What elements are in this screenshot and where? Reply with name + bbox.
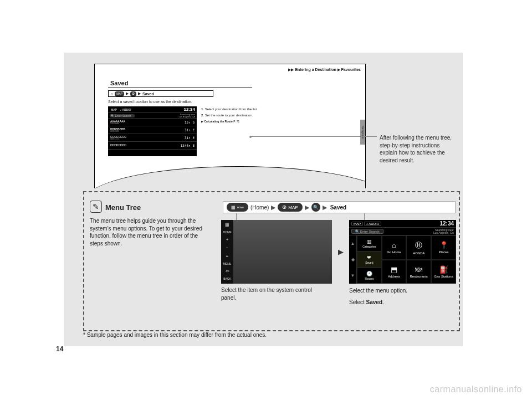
clock: 12:34 <box>439 220 454 227</box>
row-distance: 15↑ S <box>185 120 195 124</box>
home-chip-sub: HOME <box>237 206 244 209</box>
home-icon: ⌂ <box>111 92 113 96</box>
reference-page: P. 71 <box>233 120 239 123</box>
row-name: DDDDDDDD <box>110 144 126 147</box>
menu-icon[interactable]: ≡ <box>226 254 229 259</box>
manual-page: ▶▶ Entering a Destination ▶ Favourites S… <box>64 53 463 346</box>
callout-line <box>236 213 237 220</box>
crumb-level-2: Favourites <box>341 68 361 71</box>
watermark: carmanualsonline.info <box>430 384 522 394</box>
tile-go-home[interactable]: ⌂Go Home <box>382 235 407 260</box>
zoom-in-icon[interactable]: + <box>226 237 229 242</box>
example-excerpt: ▶▶ Entering a Destination ▶ Favourites S… <box>94 64 366 188</box>
chevron-right-icon: ▶ <box>126 91 129 96</box>
reference-label: Calculating the Route <box>204 120 232 123</box>
list-item[interactable]: CCCCCCCC3000 CCCC 31↑ E <box>108 134 197 142</box>
menu-tree-panel: ✎ Menu Tree The menu tree helps guide yo… <box>83 191 460 331</box>
page-number: 14 <box>56 345 63 353</box>
bar-step-saved: Saved <box>330 204 346 211</box>
tile-label: Categories <box>362 245 376 248</box>
list-item[interactable]: DDDDDDDD 1346↑ E <box>108 142 197 150</box>
search-near: Searching near Los Angeles, CA <box>433 229 454 234</box>
tile-restaurants[interactable]: 🍽Restaurants <box>406 260 431 284</box>
row-sub: 1000 AAAA <box>110 123 125 125</box>
chevron-right-icon: ▶ <box>138 91 141 96</box>
tab-map[interactable]: MAP <box>110 108 118 111</box>
bar-step-saved: Saved <box>142 92 154 96</box>
menu-tree-title: Menu Tree <box>105 203 141 212</box>
magnifier-icon: ⦿ <box>132 92 135 95</box>
near-value: Los Angeles, CA <box>178 115 195 118</box>
callout-text: After following the menu tree, step-by-s… <box>380 134 457 164</box>
tile-label: Go Home <box>387 250 401 254</box>
home-grid-icon: ▦ <box>231 205 236 210</box>
crumb-arrow-icon: ▶ <box>337 68 340 71</box>
strip-label: HOME <box>223 230 232 234</box>
row-distance: 31↑ E <box>185 136 195 140</box>
nav-caption-bold: Saved <box>366 299 382 305</box>
home-label: (Home) <box>250 204 269 211</box>
search-bar: 🔍 Enter Search Searching near Los Angele… <box>349 228 456 235</box>
nav-caption: Select the menu option. Select Saved. <box>349 286 449 306</box>
scroll-strip: ▲◆▼ <box>349 235 357 284</box>
tile-categories[interactable]: ▥Categories <box>357 235 382 252</box>
step-list: 1. Select your destination from the list… <box>201 107 268 123</box>
search-chip: ⦿ <box>130 91 136 96</box>
list-item[interactable]: AAAAAAAA1000 AAAA 15↑ S <box>108 119 197 126</box>
menu-tree-paragraph: The menu tree helps guide you through th… <box>90 217 209 247</box>
tile-saved[interactable]: ❤Saved <box>357 252 382 268</box>
clock-icon: 🕘 <box>366 271 372 276</box>
tile-label: Address <box>388 275 400 278</box>
tile-label: Places <box>438 250 448 254</box>
nav-grid: ▲◆▼ ⌂Go Home ⒽHONDA 📍Places ▥Categories … <box>349 235 456 284</box>
nav-menu-screen: MAP ♪ AUDIO 12:34 🔍 Enter Search Searchi… <box>349 220 456 284</box>
compass-icon: ⦿ <box>282 205 287 210</box>
zoom-out-icon[interactable]: − <box>226 245 229 250</box>
tile-recent[interactable]: 🕘Recent <box>357 268 382 284</box>
example-menu-bar: ⌂ MAP ▶ ⦿ ▶ Saved <box>108 90 213 97</box>
home-chip: ▦ HOME <box>227 203 248 212</box>
tab-audio[interactable]: ♪ AUDIO <box>364 222 381 226</box>
footnote: * Sample pages and images in this sectio… <box>83 332 267 338</box>
tile-label: Recent <box>365 277 374 280</box>
tab-map[interactable]: MAP <box>351 222 363 226</box>
home-grid-icon[interactable]: ▦ <box>225 222 229 227</box>
search-near: Searching near Los Angeles, CA <box>178 114 195 118</box>
crumb-level-1: Entering a Destination <box>295 68 336 71</box>
reference-icon: ▶ <box>201 120 203 123</box>
crumb-arrow-icon: ▶▶ <box>288 68 294 71</box>
back-icon[interactable]: ⇦ <box>226 269 229 274</box>
tile-label: Restaurants <box>410 275 427 278</box>
list-item[interactable]: BBBBBBBB2000 BBBB 31↑ E <box>108 126 197 134</box>
tab-audio[interactable]: ♪ AUDIO <box>119 108 132 111</box>
search-input[interactable]: 🔍 Enter Search <box>110 114 135 117</box>
nav-caption-suffix: . <box>382 299 384 305</box>
search-input[interactable]: 🔍 Enter Search <box>351 229 383 234</box>
honda-icon: Ⓗ <box>415 240 422 250</box>
screen-header: MAP ♪ AUDIO 12:34 <box>108 106 197 113</box>
nav-caption-line1: Select the menu option. <box>349 286 449 295</box>
nav-caption-line2: Select Saved. <box>349 298 449 306</box>
tile-address[interactable]: ⬒Address <box>382 260 407 284</box>
heading-underline <box>108 88 252 88</box>
tile-gas[interactable]: ⛽Gas Stations <box>431 260 456 284</box>
clock: 12:34 <box>184 107 195 112</box>
chevron-right-icon: ▶ <box>271 204 275 211</box>
nav-caption-prefix: Select <box>349 299 366 305</box>
side-tab-navigation: Navigation <box>360 120 366 145</box>
categories-icon: ▥ <box>367 239 372 244</box>
tile-honda[interactable]: ⒽHONDA <box>406 235 431 260</box>
row-distance: 1346↑ E <box>181 143 195 147</box>
map-chip-label: MAP <box>288 205 298 210</box>
chevron-right-icon: ▶ <box>305 204 309 211</box>
flow-arrow-icon: ▶ <box>338 248 344 256</box>
tile-label: Gas Stations <box>434 275 453 278</box>
step-number: 2. <box>201 114 204 117</box>
row-sub: 2000 BBBB <box>110 131 125 132</box>
cross-reference: ▶ Calculating the Route P. 71 <box>201 120 268 124</box>
callout-line <box>364 213 365 220</box>
pin-icon: 📍 <box>439 241 448 249</box>
control-panel-strip: ▦ HOME + − ≡ MENU ⇦ BACK <box>221 220 233 284</box>
step-number: 1. <box>201 107 204 111</box>
tile-places[interactable]: 📍Places <box>431 235 456 260</box>
